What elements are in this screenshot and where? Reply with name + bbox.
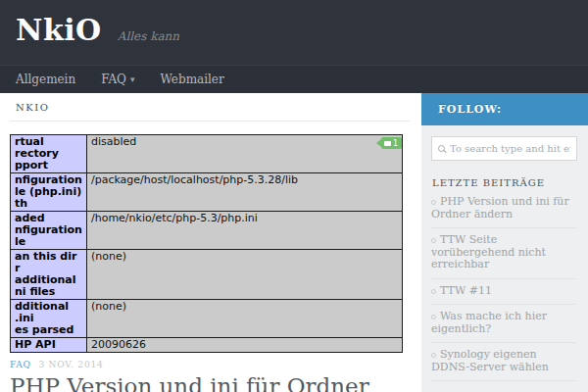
nav-label: Webmailer bbox=[161, 73, 224, 86]
circle-bullet-icon bbox=[431, 200, 436, 205]
post-link-label: TTW #11 bbox=[440, 284, 492, 297]
nav-item-webmailer[interactable]: Webmailer bbox=[161, 73, 224, 86]
breadcrumb[interactable]: NKIO bbox=[16, 102, 421, 113]
site-tagline: Alles kann bbox=[118, 29, 179, 43]
sidebar: FOLLOW: LETZTE BEITRÄGE PHP Version und … bbox=[421, 93, 588, 392]
page: NkiO Alles kann Allgemein FAQ ▾ Webmaile… bbox=[0, 0, 588, 392]
phpinfo-table: rtual rectory pport disabled nfiguration… bbox=[10, 134, 403, 353]
sidebar-post-link[interactable]: Synology eigenen DDNS-Server wählen bbox=[431, 343, 577, 381]
phpinfo-label-cell: aded nfiguration le bbox=[11, 212, 87, 250]
post-meta: FAQ 3 NOV. 2014 bbox=[10, 360, 421, 369]
post-title[interactable]: PHP Version und ini für Ordner ändern bbox=[10, 372, 406, 392]
phpinfo-value-cell: disabled bbox=[86, 135, 402, 173]
phpinfo-value-cell: (none) bbox=[86, 250, 402, 300]
phpinfo-label-cell: dditional .ini es parsed bbox=[11, 300, 87, 338]
post-link-label: Synology eigenen DDNS-Server wählen bbox=[431, 348, 549, 373]
comment-count: 1 bbox=[393, 139, 398, 148]
search-box bbox=[431, 136, 577, 161]
phpinfo-label-cell: nfiguration le (php.ini) th bbox=[11, 173, 87, 212]
circle-bullet-icon bbox=[431, 315, 436, 319]
comment-count-badge[interactable]: 1 bbox=[381, 137, 402, 149]
post-category-link[interactable]: FAQ bbox=[10, 360, 31, 369]
sidebar-post-link[interactable]: TTW Seite vorübergehend nicht erreichbar bbox=[431, 228, 577, 279]
phpinfo-screenshot: rtual rectory pport disabled nfiguration… bbox=[10, 134, 403, 353]
table-row: aded nfiguration le /home/nkio/etc/php-5… bbox=[11, 212, 403, 250]
table-row: dditional .ini es parsed (none) bbox=[11, 300, 403, 338]
table-row: HP API 20090626 bbox=[11, 338, 403, 353]
circle-bullet-icon bbox=[431, 289, 436, 294]
sidebar-post-link[interactable]: TTW #11 bbox=[431, 279, 577, 306]
follow-header: FOLLOW: bbox=[421, 93, 588, 125]
recent-posts-list: PHP Version und ini für Ordner ändern TT… bbox=[431, 190, 577, 381]
circle-bullet-icon bbox=[431, 353, 436, 358]
nav-item-faq[interactable]: FAQ ▾ bbox=[101, 73, 134, 86]
table-row: nfiguration le (php.ini) th /package/hos… bbox=[11, 173, 403, 212]
site-header: NkiO Alles kann bbox=[0, 0, 588, 65]
nav-label: Allgemein bbox=[16, 73, 75, 86]
phpinfo-label-cell: rtual rectory pport bbox=[11, 135, 87, 173]
phpinfo-value-cell: /home/nkio/etc/php-5.3/php.ini bbox=[86, 212, 402, 250]
phpinfo-value-cell: /package/host/localhost/php-5.3.28/lib bbox=[86, 173, 402, 212]
circle-bullet-icon bbox=[431, 238, 436, 243]
follow-label: FOLLOW: bbox=[438, 103, 502, 116]
post-date: 3 NOV. 2014 bbox=[38, 360, 103, 369]
table-row: rtual rectory pport disabled bbox=[11, 135, 403, 173]
chevron-down-icon: ▾ bbox=[130, 74, 135, 84]
phpinfo-label-cell: HP API bbox=[11, 338, 87, 353]
main-nav: Allgemein FAQ ▾ Webmailer bbox=[0, 65, 588, 93]
sidebar-post-link[interactable]: PHP Version und ini für Ordner ändern bbox=[431, 190, 577, 228]
search-input[interactable] bbox=[450, 143, 570, 154]
recent-posts-heading: LETZTE BEITRÄGE bbox=[432, 177, 577, 188]
nav-item-allgemein[interactable]: Allgemein bbox=[16, 73, 75, 86]
phpinfo-value-cell: 20090626 bbox=[86, 338, 402, 353]
comment-bubble-icon bbox=[384, 141, 391, 146]
main-column: NKIO rtual rectory pport disabled nfigur… bbox=[0, 93, 421, 392]
phpinfo-label-cell: an this dir r additional ni files bbox=[11, 250, 87, 300]
sidebar-post-link[interactable]: Was mache ich hier eigentlich? bbox=[431, 305, 577, 343]
post-link-label: TTW Seite vorübergehend nicht erreichbar bbox=[431, 233, 546, 270]
phpinfo-value-cell: (none) bbox=[86, 300, 402, 338]
divider bbox=[10, 121, 410, 122]
table-row: an this dir r additional ni files (none) bbox=[11, 250, 403, 300]
search-icon bbox=[438, 145, 445, 152]
site-logo[interactable]: NkiO bbox=[16, 14, 102, 47]
post-link-label: Was mache ich hier eigentlich? bbox=[431, 310, 547, 335]
nav-label: FAQ bbox=[101, 73, 126, 86]
post-link-label: PHP Version und ini für Ordner ändern bbox=[431, 195, 569, 220]
